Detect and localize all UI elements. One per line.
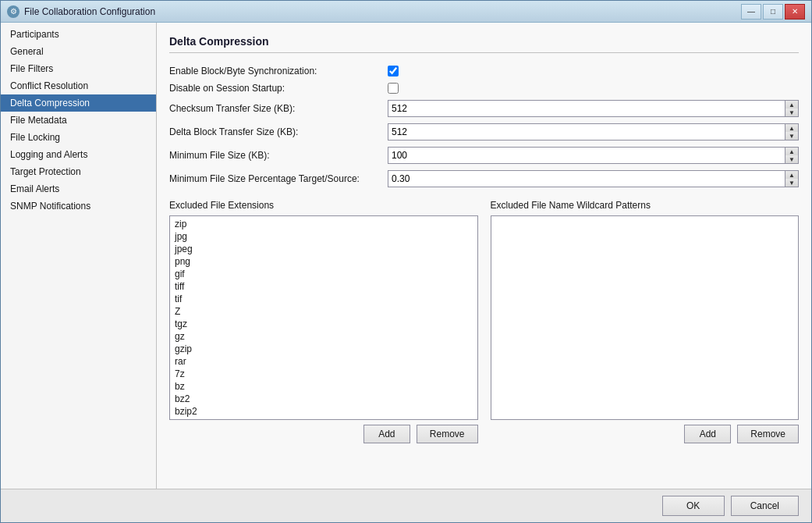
form-row-min-file: Minimum File Size (KB): ▲ ▼	[169, 147, 799, 164]
extensions-add-button[interactable]: Add	[363, 425, 410, 443]
sidebar-item-logging-alerts[interactable]: Logging and Alerts	[1, 146, 156, 163]
extensions-remove-button[interactable]: Remove	[417, 425, 478, 443]
form-row-checksum-size: Checksum Transfer Size (KB): ▲ ▼	[169, 100, 799, 117]
list-item[interactable]: tgz	[172, 318, 476, 330]
checkbox-disable-session[interactable]	[388, 83, 399, 94]
main-panel: Delta Compression Enable Block/Byte Sync…	[157, 23, 811, 489]
spin-up-delta[interactable]: ▲	[785, 124, 798, 132]
list-item[interactable]: bzip2	[172, 405, 476, 418]
checkbox-wrapper-enable-sync	[388, 66, 399, 76]
spin-min-file: ▲ ▼	[785, 147, 799, 164]
title-buttons: — □ ✕	[741, 4, 805, 20]
label-disable-session: Disable on Session Startup:	[169, 83, 388, 94]
bottom-bar: OK Cancel	[1, 489, 811, 522]
excluded-patterns-listbox[interactable]	[491, 215, 800, 420]
label-enable-sync: Enable Block/Byte Synchronization:	[169, 66, 388, 76]
title-bar: ⚙ File Collaboration Configuration — □ ✕	[1, 1, 811, 23]
checkbox-enable-sync[interactable]	[388, 66, 399, 76]
ok-button[interactable]: OK	[662, 496, 725, 516]
input-delta-block-size[interactable]	[388, 123, 785, 141]
form-row-disable-session: Disable on Session Startup:	[169, 83, 799, 94]
patterns-remove-button[interactable]: Remove	[737, 425, 799, 443]
excluded-extensions-section: Excluded File Extensions zipjpgjpegpnggi…	[169, 200, 478, 443]
spin-up-min-pct[interactable]: ▲	[785, 171, 798, 179]
minimize-button[interactable]: —	[741, 4, 761, 20]
list-item[interactable]: Z	[172, 305, 476, 318]
list-item[interactable]: tif	[172, 293, 476, 305]
list-item[interactable]: tiff	[172, 280, 476, 293]
list-item[interactable]: bz2	[172, 393, 476, 405]
spin-delta: ▲ ▼	[785, 123, 799, 141]
spin-down-min-pct[interactable]: ▼	[785, 179, 798, 187]
main-window: ⚙ File Collaboration Configuration — □ ✕…	[0, 0, 812, 523]
excluded-patterns-section: Excluded File Name Wildcard Patterns Add…	[491, 200, 800, 443]
maximize-button[interactable]: □	[763, 4, 783, 20]
label-delta-block: Delta Block Transfer Size (KB):	[169, 126, 388, 137]
list-item[interactable]: rar	[172, 355, 476, 368]
sidebar-item-file-metadata[interactable]: File Metadata	[1, 112, 156, 129]
list-item[interactable]: jpg	[172, 230, 476, 243]
sidebar-item-email-alerts[interactable]: Email Alerts	[1, 180, 156, 197]
list-item[interactable]: jpeg	[172, 243, 476, 255]
input-min-file-size[interactable]	[388, 147, 785, 164]
form-row-min-pct: Minimum File Size Percentage Target/Sour…	[169, 170, 799, 187]
sidebar-item-snmp-notifications[interactable]: SNMP Notifications	[1, 197, 156, 215]
content-area: ParticipantsGeneralFile FiltersConflict …	[1, 23, 811, 489]
input-checksum-size[interactable]	[388, 100, 785, 117]
spin-min-pct: ▲ ▼	[785, 170, 799, 187]
excluded-patterns-title: Excluded File Name Wildcard Patterns	[491, 200, 800, 211]
label-min-file: Minimum File Size (KB):	[169, 150, 388, 161]
list-item[interactable]: bz	[172, 380, 476, 393]
sidebar-item-file-locking[interactable]: File Locking	[1, 129, 156, 146]
list-item[interactable]: 7z	[172, 368, 476, 380]
numeric-wrapper-checksum: ▲ ▼	[388, 100, 799, 117]
numeric-wrapper-min-file: ▲ ▼	[388, 147, 799, 164]
extensions-buttons: Add Remove	[169, 425, 478, 443]
spin-up-min-file[interactable]: ▲	[785, 148, 798, 155]
checkbox-wrapper-disable-session	[388, 83, 399, 94]
numeric-wrapper-delta: ▲ ▼	[388, 123, 799, 141]
excluded-extensions-title: Excluded File Extensions	[169, 200, 478, 211]
sidebar-item-delta-compression[interactable]: Delta Compression	[1, 94, 156, 112]
lists-area: Excluded File Extensions zipjpgjpegpnggi…	[169, 200, 799, 443]
window-title: File Collaboration Configuration	[24, 6, 155, 17]
excluded-extensions-listbox[interactable]: zipjpgjpegpnggiftifftifZtgzgzgziprar7zbz…	[169, 215, 478, 420]
section-title: Delta Compression	[169, 35, 799, 53]
close-button[interactable]: ✕	[785, 4, 805, 20]
list-item[interactable]: gif	[172, 268, 476, 280]
spin-down-checksum[interactable]: ▼	[785, 109, 798, 116]
spin-down-delta[interactable]: ▼	[785, 132, 798, 140]
list-item[interactable]: gz	[172, 330, 476, 343]
sidebar-item-participants[interactable]: Participants	[1, 26, 156, 43]
sidebar-item-conflict-resolution[interactable]: Conflict Resolution	[1, 77, 156, 94]
cancel-button[interactable]: Cancel	[731, 496, 799, 516]
list-item[interactable]: png	[172, 255, 476, 268]
spin-down-min-file[interactable]: ▼	[785, 155, 798, 163]
input-min-file-pct[interactable]	[388, 170, 785, 187]
sidebar-item-file-filters[interactable]: File Filters	[1, 60, 156, 77]
numeric-wrapper-min-pct: ▲ ▼	[388, 170, 799, 187]
list-item[interactable]: gzip	[172, 343, 476, 355]
spin-up-checksum[interactable]: ▲	[785, 101, 798, 109]
sidebar: ParticipantsGeneralFile FiltersConflict …	[1, 23, 157, 489]
sidebar-item-target-protection[interactable]: Target Protection	[1, 163, 156, 180]
form-row-enable-sync: Enable Block/Byte Synchronization:	[169, 66, 799, 76]
sidebar-item-general[interactable]: General	[1, 43, 156, 60]
form-row-delta-block: Delta Block Transfer Size (KB): ▲ ▼	[169, 123, 799, 141]
app-icon: ⚙	[7, 5, 20, 18]
label-min-pct: Minimum File Size Percentage Target/Sour…	[169, 173, 388, 184]
list-item[interactable]: zip	[172, 218, 476, 230]
patterns-add-button[interactable]: Add	[684, 425, 731, 443]
patterns-buttons: Add Remove	[491, 425, 800, 443]
title-bar-left: ⚙ File Collaboration Configuration	[7, 5, 155, 18]
spin-checksum: ▲ ▼	[785, 100, 799, 117]
label-checksum-size: Checksum Transfer Size (KB):	[169, 103, 388, 114]
